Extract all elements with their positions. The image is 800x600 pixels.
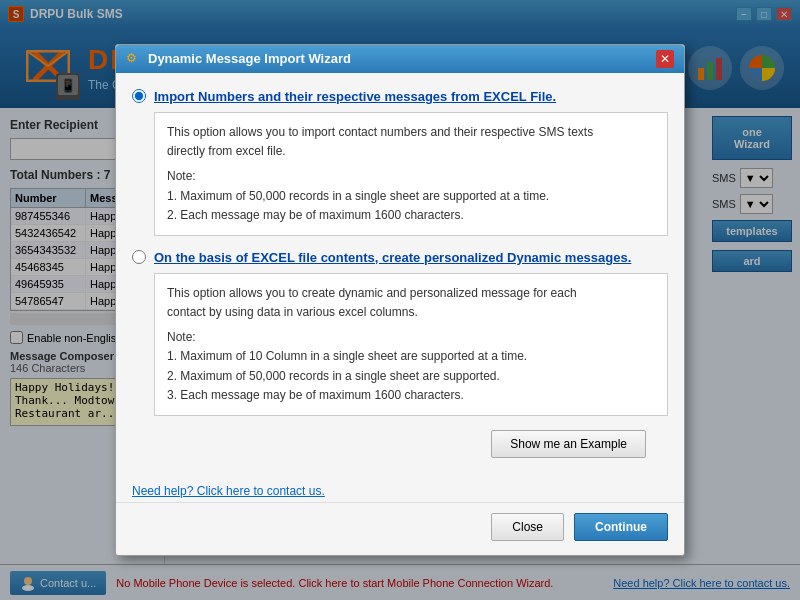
option-2-note1: 1. Maximum of 10 Column in a single shee… (167, 347, 655, 366)
option-2-desc-line2: contact by using data in various excel c… (167, 303, 655, 322)
option-2-desc-box: This option allows you to create dynamic… (154, 273, 668, 416)
dialog-icon: ⚙ (126, 51, 142, 67)
option-2-title: On the basis of EXCEL file contents, cre… (154, 250, 631, 265)
option-2-note3: 3. Each message may be of maximum 1600 c… (167, 386, 655, 405)
option-2-note2: 2. Maximum of 50,000 records in a single… (167, 367, 655, 386)
option-1-radio[interactable] (132, 89, 146, 103)
close-button[interactable]: Close (491, 513, 564, 541)
option-2-note: Note: 1. Maximum of 10 Column in a singl… (167, 328, 655, 405)
dialog-help-link[interactable]: Need help? Click here to contact us. (116, 484, 684, 502)
dialog-titlebar: ⚙ Dynamic Message Import Wizard ✕ (116, 45, 684, 73)
option-1-note2: 2. Each message may be of maximum 1600 c… (167, 206, 655, 225)
option-1-title: Import Numbers and their respective mess… (154, 89, 556, 104)
option-1-block: Import Numbers and their respective mess… (132, 89, 668, 236)
app-window: S DRPU Bulk SMS − □ ✕ (0, 0, 800, 600)
option-2-block: On the basis of EXCEL file contents, cre… (132, 250, 668, 416)
continue-button[interactable]: Continue (574, 513, 668, 541)
option-2-header: On the basis of EXCEL file contents, cre… (132, 250, 668, 265)
option-1-desc-line1: This option allows you to import contact… (167, 123, 655, 142)
option-1-note: Note: 1. Maximum of 50,000 records in a … (167, 167, 655, 225)
note-label: Note: (167, 167, 655, 186)
note-label-2: Note: (167, 328, 655, 347)
option-2-desc-line1: This option allows you to create dynamic… (167, 284, 655, 303)
option-1-note1: 1. Maximum of 50,000 records in a single… (167, 187, 655, 206)
option-1-desc-line2: directly from excel file. (167, 142, 655, 161)
show-example-button[interactable]: Show me an Example (491, 430, 646, 458)
option-1-header: Import Numbers and their respective mess… (132, 89, 668, 104)
dialog-close-x-button[interactable]: ✕ (656, 50, 674, 68)
dialog-footer: Close Continue (116, 502, 684, 555)
option-2-radio[interactable] (132, 250, 146, 264)
dialog-title: Dynamic Message Import Wizard (148, 51, 656, 66)
dialog: ⚙ Dynamic Message Import Wizard ✕ Import… (115, 44, 685, 556)
dialog-body: Import Numbers and their respective mess… (116, 73, 684, 484)
option-1-desc-box: This option allows you to import contact… (154, 112, 668, 236)
modal-overlay: ⚙ Dynamic Message Import Wizard ✕ Import… (0, 0, 800, 600)
